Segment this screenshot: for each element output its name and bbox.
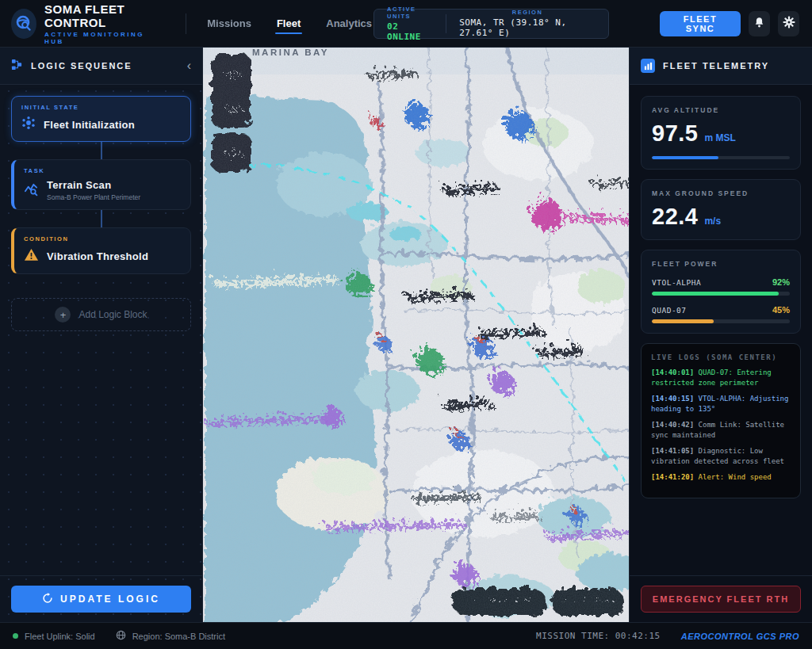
refresh-icon bbox=[42, 593, 53, 606]
power-unit-pct: 45% bbox=[772, 305, 790, 315]
log-entry: [14:40:42] Comm Link: Satellite sync mai… bbox=[651, 420, 791, 441]
nav-item-fleet[interactable]: Fleet bbox=[275, 2, 302, 45]
logic-block-initial-state[interactable]: INITIAL STATE Fleet Initialization bbox=[11, 96, 191, 142]
app-subtitle: ACTIVE MONITORING HUB bbox=[44, 31, 167, 45]
add-logic-block-label: Add Logic Block bbox=[79, 309, 147, 320]
terrain-scan-icon bbox=[24, 181, 39, 200]
app-logo-icon bbox=[11, 9, 36, 39]
power-unit-name: VTOL-ALPHA bbox=[652, 278, 701, 287]
telemetry-cards: AVG ALTITUDE 97.5 m MSL MAX GROUND SPEED… bbox=[630, 85, 812, 510]
max-speed-unit: m/s bbox=[704, 216, 721, 227]
power-unit-pct: 92% bbox=[772, 277, 790, 287]
logic-panel-title: LOGIC SEQUENCE bbox=[31, 61, 132, 71]
header-status-widget: ACTIVE UNITS 02 ONLINE REGION SOMA, TR (… bbox=[373, 9, 609, 39]
main-content: LOGIC SEQUENCE ‹ INITIAL STATE bbox=[0, 48, 812, 622]
notifications-button[interactable] bbox=[749, 11, 770, 36]
nav-item-analytics[interactable]: Analytics bbox=[324, 2, 373, 45]
globe-icon bbox=[116, 630, 126, 642]
uplink-status-dot bbox=[13, 633, 18, 639]
block-kind-label: INITIAL STATE bbox=[21, 104, 181, 111]
log-timestamp: [14:41:20] bbox=[651, 473, 699, 481]
log-list: [14:40:01] QUAD-07: Entering restricted … bbox=[651, 368, 791, 483]
block-title: Vibration Threshold bbox=[47, 250, 148, 262]
nav-item-missions[interactable]: Missions bbox=[205, 2, 253, 45]
log-entry: [14:41:20] Alert: Wind speed bbox=[651, 472, 791, 483]
log-entry: [14:40:01] QUAD-07: Entering restricted … bbox=[651, 368, 791, 388]
add-logic-block-button[interactable]: + Add Logic Block bbox=[11, 298, 191, 331]
mission-time: MISSION TIME: 00:42:15 bbox=[536, 631, 661, 641]
logic-block-task[interactable]: TASK Terrain Scan Soma-B Power Plant Per… bbox=[11, 159, 191, 210]
fleet-power-rows: VTOL-ALPHA92%QUAD-0745% bbox=[652, 277, 790, 323]
log-timestamp: [14:40:15] bbox=[651, 395, 699, 403]
max-speed-card: MAX GROUND SPEED 22.4 m/s bbox=[641, 179, 801, 240]
block-title: Fleet Initialization bbox=[44, 119, 135, 131]
region-status: Region: Soma-B District bbox=[116, 630, 225, 642]
log-entry: [14:40:15] VTOL-ALPHA: Adjusting heading… bbox=[651, 394, 791, 414]
log-timestamp: [14:40:42] bbox=[651, 421, 699, 429]
map[interactable]: MARINA BAY bbox=[203, 48, 629, 622]
uplink-status: Fleet Uplink: Solid bbox=[13, 632, 95, 641]
live-logs-title: LIVE LOGS (SOMA CENTER) bbox=[651, 353, 791, 361]
region-status-label: Region: Soma-B District bbox=[132, 632, 225, 641]
update-logic-label: UPDATE LOGIC bbox=[60, 594, 160, 605]
fleet-power-card: FLEET POWER VTOL-ALPHA92%QUAD-0745% bbox=[641, 250, 801, 334]
region-value: SOMA, TR (39.18° N, 27.61° E) bbox=[459, 17, 596, 38]
region-info: REGION SOMA, TR (39.18° N, 27.61° E) bbox=[459, 9, 596, 38]
bell-icon bbox=[753, 16, 766, 32]
avg-altitude-label: AVG ALTITUDE bbox=[652, 106, 790, 114]
altitude-progress-track bbox=[652, 156, 790, 159]
active-units-value: 02 ONLINE bbox=[387, 21, 433, 42]
map-noise-overlay bbox=[203, 48, 629, 622]
logic-sequence-icon bbox=[11, 59, 23, 74]
logic-blocks: INITIAL STATE Fleet Initialization bbox=[0, 85, 202, 342]
block-connector bbox=[101, 210, 102, 227]
power-unit-fill bbox=[652, 319, 714, 323]
telemetry-panel-header: FLEET TELEMETRY bbox=[630, 48, 812, 85]
logic-block-condition[interactable]: CONDITION Vibration Threshold bbox=[11, 227, 191, 274]
main-nav: Missions Fleet Analytics bbox=[205, 2, 373, 45]
altitude-progress-fill bbox=[652, 156, 718, 159]
emergency-rth-button[interactable]: EMERGENCY FLEET RTH bbox=[641, 586, 801, 613]
log-entry: [14:41:05] Diagnostic: Low vibration det… bbox=[651, 446, 791, 467]
status-bar-right: MISSION TIME: 00:42:15 AEROCONTROL GCS P… bbox=[536, 631, 799, 641]
brand-text: SOMA FLEET CONTROL ACTIVE MONITORING HUB bbox=[44, 2, 167, 45]
live-logs-card: LIVE LOGS (SOMA CENTER) [14:40:01] QUAD-… bbox=[641, 343, 801, 498]
max-speed-label: MAX GROUND SPEED bbox=[652, 189, 790, 197]
fleet-sync-button[interactable]: FLEET SYNC bbox=[660, 11, 741, 36]
block-connector bbox=[101, 142, 102, 159]
block-kind-label: CONDITION bbox=[24, 235, 181, 242]
update-logic-button[interactable]: UPDATE LOGIC bbox=[11, 586, 191, 613]
hub-icon bbox=[21, 116, 36, 133]
map-canvas: MARINA BAY bbox=[203, 48, 629, 622]
status-bar: Fleet Uplink: Solid Region: Soma-B Distr… bbox=[0, 622, 812, 649]
logic-panel-footer: UPDATE LOGIC bbox=[0, 575, 202, 622]
fleet-telemetry-panel: FLEET TELEMETRY AVG ALTITUDE 97.5 m MSL … bbox=[629, 48, 812, 622]
logic-sequence-panel: LOGIC SEQUENCE ‹ INITIAL STATE bbox=[0, 48, 203, 622]
status-divider bbox=[446, 14, 446, 33]
active-units-label: ACTIVE UNITS bbox=[387, 6, 433, 20]
settings-button[interactable] bbox=[778, 11, 799, 36]
avg-altitude-value: 97.5 bbox=[652, 120, 698, 147]
gear-icon bbox=[782, 15, 796, 32]
log-timestamp: [14:40:01] bbox=[651, 368, 699, 376]
power-unit-fill bbox=[652, 292, 779, 296]
header: SOMA FLEET CONTROL ACTIVE MONITORING HUB… bbox=[0, 0, 812, 48]
power-unit-name: QUAD-07 bbox=[652, 306, 687, 315]
block-title: Terrain Scan bbox=[47, 179, 140, 191]
power-unit-track bbox=[652, 319, 790, 323]
bar-chart-icon bbox=[641, 59, 655, 73]
avg-altitude-card: AVG ALTITUDE 97.5 m MSL bbox=[641, 96, 801, 170]
telemetry-panel-title: FLEET TELEMETRY bbox=[663, 61, 769, 71]
block-subtitle: Soma-B Power Plant Perimeter bbox=[47, 193, 140, 201]
uplink-status-label: Fleet Uplink: Solid bbox=[25, 632, 95, 641]
gcs-brand: AEROCONTROL GCS PRO bbox=[681, 632, 799, 641]
app-title: SOMA FLEET CONTROL bbox=[44, 2, 167, 29]
header-divider bbox=[186, 13, 186, 34]
plus-icon: + bbox=[55, 307, 71, 323]
logic-panel-header: LOGIC SEQUENCE ‹ bbox=[0, 48, 202, 85]
power-unit-row: VTOL-ALPHA92% bbox=[652, 277, 790, 287]
collapse-panel-icon[interactable]: ‹ bbox=[187, 59, 191, 72]
block-kind-label: TASK bbox=[24, 167, 181, 174]
avg-altitude-unit: m MSL bbox=[704, 132, 735, 143]
telemetry-panel-footer: EMERGENCY FLEET RTH bbox=[630, 575, 812, 622]
